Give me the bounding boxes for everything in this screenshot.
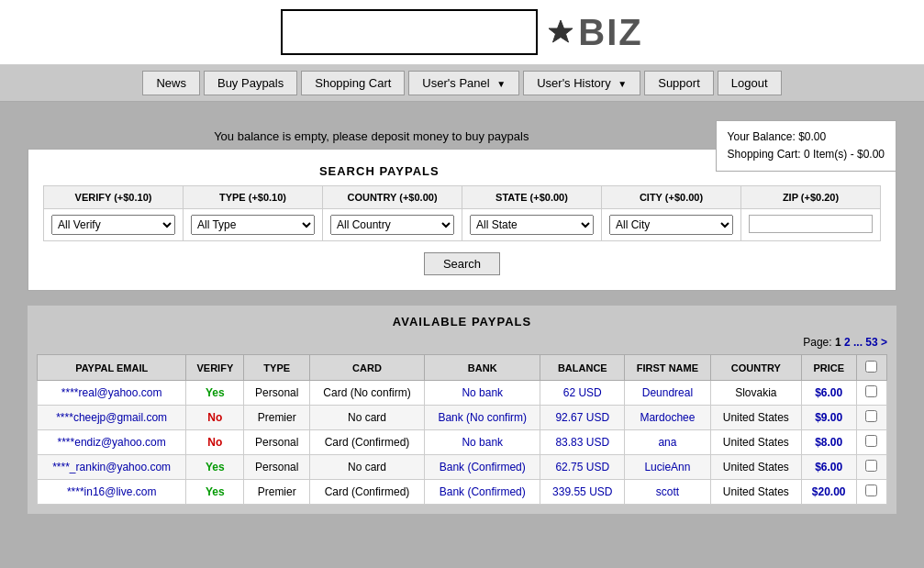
col-card: CARD [310, 355, 425, 381]
zip-input[interactable] [749, 215, 873, 233]
select-all-checkbox[interactable] [865, 361, 877, 373]
available-section: AVAILABLE PAYPALS Page: 1 2 ... 53 > PAY… [28, 306, 896, 514]
svg-marker-0 [549, 20, 573, 42]
row-checkbox[interactable] [865, 484, 877, 496]
nav-users-history[interactable]: User's History ▼ [523, 71, 640, 95]
col-bank: BANK [425, 355, 540, 381]
filter-state-header: STATE (+$0.00) [462, 186, 601, 209]
country-select[interactable]: All Country [330, 215, 454, 235]
col-firstname: FIRST NAME [625, 355, 711, 381]
cell-verify: Yes [186, 480, 244, 505]
nav-users-panel[interactable]: User's Panel ▼ [408, 71, 519, 95]
cell-verify: No [186, 406, 244, 430]
cell-balance: 92.67 USD [540, 406, 625, 430]
cell-firstname: Mardochee [625, 406, 711, 430]
chevron-down-icon: ▼ [496, 79, 506, 89]
cell-firstname: LucieAnn [625, 455, 711, 480]
nav-logout[interactable]: Logout [718, 71, 782, 95]
col-verify: VERIFY [186, 355, 244, 381]
filter-country-header: COUNTRY (+$0.00) [323, 186, 462, 209]
email-link[interactable]: ****endiz@yahoo.com [58, 436, 166, 449]
cell-bank: Bank (Confirmed) [425, 480, 540, 505]
cell-verify: Yes [186, 455, 244, 480]
cell-verify: Yes [186, 381, 244, 406]
page-label: Page: [803, 336, 831, 349]
email-link[interactable]: ****real@yahoo.com [61, 386, 162, 399]
cell-country: United States [710, 430, 801, 455]
row-checkbox[interactable] [865, 385, 877, 397]
row-checkbox[interactable] [865, 460, 877, 472]
nav-buy-paypals[interactable]: Buy Paypals [204, 71, 297, 95]
filter-zip: ZIP (+$0.20) [741, 186, 880, 240]
cell-country: Slovakia [710, 381, 801, 406]
filter-verify-header: VERIFY (+$0.10) [44, 186, 183, 209]
cell-checkbox[interactable] [856, 480, 886, 505]
search-button[interactable]: Search [424, 252, 500, 275]
page-current: 1 [835, 336, 841, 349]
email-link[interactable]: ****in16@live.com [67, 485, 157, 498]
cell-balance: 339.55 USD [540, 480, 625, 505]
main-content: Your Balance: $0.00 Shopping Cart: 0 Ite… [0, 102, 924, 523]
cell-verify: No [186, 430, 244, 455]
city-select[interactable]: All City [609, 215, 733, 235]
col-checkbox-all[interactable] [856, 355, 886, 381]
cell-firstname: scott [625, 480, 711, 505]
table-row: ****in16@live.com Yes Premier Card (Conf… [38, 480, 887, 505]
cell-type: Personal [244, 430, 310, 455]
pagination: Page: 1 2 ... 53 > [37, 336, 887, 349]
nav-support[interactable]: Support [644, 71, 714, 95]
cell-email: ****endiz@yahoo.com [38, 430, 186, 455]
balance-box: Your Balance: $0.00 Shopping Cart: 0 Ite… [716, 120, 896, 172]
cell-card: Card (Confirmed) [310, 480, 425, 505]
state-select[interactable]: All State [470, 215, 594, 235]
filter-type-header: TYPE (+$0.10) [184, 186, 322, 209]
cell-bank: Bank (Confirmed) [425, 455, 540, 480]
paypal-table: PAYPAL EMAIL VERIFY TYPE CARD BANK BALAN… [37, 354, 887, 505]
cell-card: No card [310, 455, 425, 480]
cell-price: $20.00 [801, 480, 856, 505]
cell-price: $6.00 [801, 455, 856, 480]
verify-select[interactable]: All Verify [51, 215, 175, 235]
cell-bank: No bank [425, 381, 540, 406]
email-link[interactable]: ****cheejp@gmail.com [56, 411, 167, 424]
page-next-link[interactable]: 2 ... 53 > [844, 336, 887, 349]
filter-state: STATE (+$0.00) All State [462, 186, 602, 240]
cell-checkbox[interactable] [856, 406, 886, 430]
col-email: PAYPAL EMAIL [38, 355, 186, 381]
cell-balance: 62.75 USD [540, 455, 625, 480]
filter-city: CITY (+$0.00) All City [602, 186, 741, 240]
type-select[interactable]: All Type [191, 215, 315, 235]
row-checkbox[interactable] [865, 410, 877, 422]
cell-email: ****real@yahoo.com [38, 381, 186, 406]
col-country: COUNTRY [710, 355, 801, 381]
cell-country: United States [710, 480, 801, 505]
filter-type: TYPE (+$0.10) All Type [184, 186, 323, 240]
email-link[interactable]: ****_rankin@yahoo.com [52, 461, 171, 473]
filter-verify: VERIFY (+$0.10) All Verify [44, 186, 184, 240]
cell-type: Personal [244, 455, 310, 480]
cell-checkbox[interactable] [856, 455, 886, 480]
cell-bank: No bank [425, 430, 540, 455]
cell-price: $6.00 [801, 381, 856, 406]
cell-email: ****in16@live.com [38, 480, 186, 505]
cell-price: $9.00 [801, 406, 856, 430]
cell-country: United States [710, 455, 801, 480]
logo-input[interactable] [281, 9, 538, 55]
nav-shopping-cart[interactable]: Shopping Cart [301, 71, 405, 95]
table-header-row: PAYPAL EMAIL VERIFY TYPE CARD BANK BALAN… [38, 355, 887, 381]
cell-type: Premier [244, 480, 310, 505]
nav-news[interactable]: News [142, 71, 200, 95]
search-filters: VERIFY (+$0.10) All Verify TYPE (+$0.10)… [43, 185, 881, 241]
cell-balance: 62 USD [540, 381, 625, 406]
cell-firstname: Deundreal [625, 381, 711, 406]
logo-text: BIZ [578, 12, 642, 53]
cell-type: Personal [244, 381, 310, 406]
shopping-cart-label: Shopping Cart: 0 Item(s) - $0.00 [728, 146, 885, 163]
cell-checkbox[interactable] [856, 430, 886, 455]
col-price: PRICE [801, 355, 856, 381]
cell-card: Card (Confirmed) [310, 430, 425, 455]
cell-type: Premier [244, 406, 310, 430]
row-checkbox[interactable] [865, 435, 877, 447]
cell-firstname: ana [625, 430, 711, 455]
cell-checkbox[interactable] [856, 381, 886, 406]
